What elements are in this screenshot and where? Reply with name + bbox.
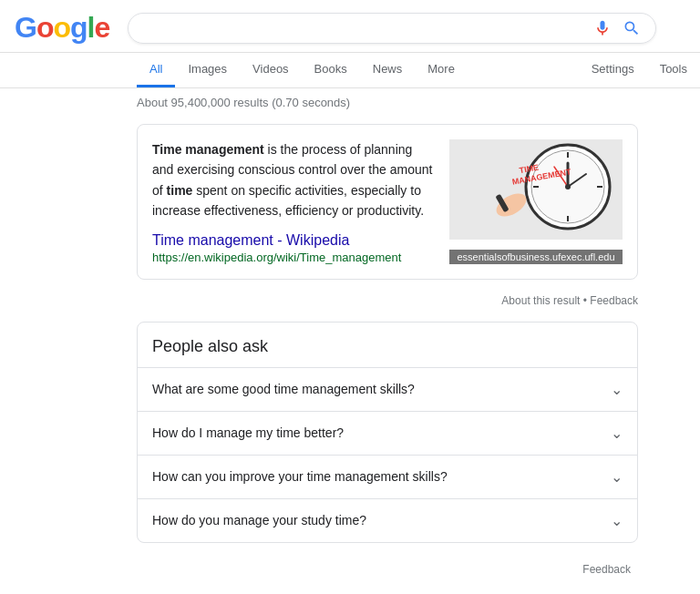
snippet-image-container: TIME MANAGEMENT essentialsofbusiness.ufe… [449,139,623,264]
nav-right: Settings Tools [579,53,700,87]
snippet-link: Time management - Wikipedia https://en.w… [152,232,435,264]
paa-question-1: How do I manage my time better? [152,425,344,440]
search-bar: time management [128,13,656,44]
feedback-link-paa[interactable]: Feedback [582,563,631,576]
about-result-link[interactable]: About this result [501,294,580,307]
main-content: Time management is the process of planni… [0,124,638,594]
search-icon[interactable] [623,19,641,37]
chevron-down-icon-0: ⌄ [611,381,623,398]
tab-more[interactable]: More [415,53,468,87]
clock-image: TIME MANAGEMENT [449,139,623,240]
nav-left: All Images Videos Books News More [137,53,579,87]
result-count: About 95,400,000 results (0.70 seconds) [0,88,700,117]
paa-question-3: How do you manage your study time? [152,513,366,527]
tab-books[interactable]: Books [302,53,360,87]
search-input[interactable]: time management [143,20,584,36]
snippet-body: Time management is the process of planni… [152,139,435,264]
search-icons [593,19,641,37]
featured-snippet: Time management is the process of planni… [137,124,638,280]
snippet-url: https://en.wikipedia.org/wiki/Time_manag… [152,251,435,264]
tab-tools[interactable]: Tools [647,53,700,87]
paa-item-0[interactable]: What are some good time management skill… [138,367,637,411]
paa-item-1[interactable]: How do I manage my time better? ⌄ [138,411,637,455]
tab-images[interactable]: Images [175,53,240,87]
google-logo: Google [15,11,109,45]
image-credit: essentialsofbusiness.ufexec.ufl.edu [449,250,623,264]
paa-item-2[interactable]: How can you improve your time management… [138,455,637,498]
chevron-down-icon-2: ⌄ [611,468,623,486]
nav-tabs: All Images Videos Books News More Settin… [0,53,700,88]
svg-point-10 [565,184,571,189]
chevron-down-icon-1: ⌄ [611,425,623,442]
tab-videos[interactable]: Videos [240,53,302,87]
about-result: About this result • Feedback [137,294,638,307]
paa-question-2: How can you improve your time management… [152,469,448,484]
snippet-text: Time management is the process of planni… [152,139,435,221]
microphone-icon[interactable] [593,19,612,37]
snippet-bold2: time [167,183,193,198]
paa-item-3[interactable]: How do you manage your study time? ⌄ [138,498,637,542]
tab-settings[interactable]: Settings [579,53,647,87]
chevron-down-icon-3: ⌄ [611,512,623,529]
tab-all[interactable]: All [137,53,175,87]
header: Google time management [0,0,700,53]
feedback-link-snippet[interactable]: Feedback [590,294,638,307]
paa-question-0: What are some good time management skill… [152,382,415,396]
tab-news[interactable]: News [360,53,416,87]
snippet-bold1: Time management [152,142,264,157]
paa-feedback: Feedback [137,558,638,581]
snippet-title-link[interactable]: Time management - Wikipedia [152,232,349,248]
paa-title: People also ask [138,323,637,367]
paa-box: People also ask What are some good time … [137,322,638,543]
